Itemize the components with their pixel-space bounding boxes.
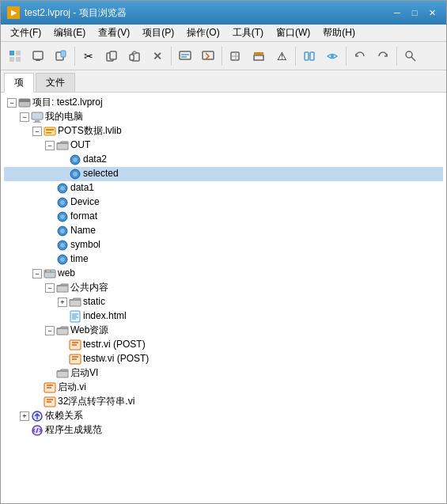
toolbar-btn-8[interactable] xyxy=(248,45,270,67)
tree-node-selected[interactable]: selected xyxy=(4,167,443,181)
icon-format xyxy=(56,210,69,223)
expander-computer[interactable]: − xyxy=(20,112,29,122)
tree-node-web[interactable]: − web xyxy=(4,267,443,281)
svg-rect-9 xyxy=(110,51,116,59)
label-codegen: 程序生成规范 xyxy=(45,423,102,438)
menu-item-5[interactable]: 工具(T) xyxy=(226,25,270,41)
svg-point-18 xyxy=(331,55,334,58)
expander-out[interactable]: − xyxy=(45,141,55,150)
tree-node-time[interactable]: time xyxy=(4,252,443,267)
tab-files[interactable]: 文件 xyxy=(36,73,75,92)
maximize-button[interactable]: □ xyxy=(407,5,422,21)
tree-node-data1[interactable]: data1 xyxy=(4,181,443,195)
tree-node-computer[interactable]: − 我的电脑 xyxy=(4,110,443,124)
expander-placeholder-startvi xyxy=(32,383,42,392)
icon-codegen xyxy=(31,424,44,437)
toolbar-btn-search[interactable] xyxy=(400,45,422,67)
svg-rect-7 xyxy=(61,51,66,57)
toolbar-btn-7[interactable] xyxy=(225,45,247,67)
svg-rect-22 xyxy=(19,99,30,102)
tree-node-startvi[interactable]: 启动.vi xyxy=(4,381,443,395)
toolbar-btn-1[interactable] xyxy=(4,45,26,67)
tree-node-data2[interactable]: data2 xyxy=(4,153,443,167)
toolbar-btn-copy[interactable] xyxy=(100,45,123,67)
toolbar-sep-5 xyxy=(346,47,347,66)
tree-node-codegen[interactable]: 程序生成规范 xyxy=(4,423,443,438)
tree-node-public[interactable]: − 公共内容 xyxy=(4,281,443,295)
toolbar-btn-9[interactable]: ⚠ xyxy=(271,45,293,67)
menu-item-7[interactable]: 帮助(H) xyxy=(316,25,362,41)
minimize-button[interactable]: ─ xyxy=(389,5,405,21)
label-indexhtml: index.html xyxy=(83,309,127,324)
toolbar-btn-paste[interactable] xyxy=(123,45,146,67)
menu-item-1[interactable]: 编辑(E) xyxy=(47,25,92,41)
toolbar-sep-1 xyxy=(74,47,75,66)
icon-startvi-folder xyxy=(56,367,69,380)
expander-depend[interactable]: + xyxy=(20,411,29,421)
toolbar-btn-cut[interactable]: ✂ xyxy=(78,45,100,67)
tabs-bar: 项 文件 xyxy=(1,70,446,93)
menu-item-6[interactable]: 窗口(W) xyxy=(270,25,316,41)
toolbar-btn-undo[interactable] xyxy=(349,45,371,67)
svg-rect-17 xyxy=(310,52,314,60)
tree-node-device[interactable]: Device xyxy=(4,195,443,210)
tree-node-webres[interactable]: − Web资源 xyxy=(4,324,443,338)
svg-rect-48 xyxy=(50,271,51,272)
tree-node-testr[interactable]: testr.vi (POST) xyxy=(4,338,443,352)
menu-item-0[interactable]: 文件(F) xyxy=(4,25,47,41)
svg-point-32 xyxy=(73,172,78,176)
toolbar-btn-3[interactable] xyxy=(50,45,72,67)
tab-items[interactable]: 项 xyxy=(4,73,34,93)
expander-web[interactable]: − xyxy=(32,269,42,279)
tree-node-name[interactable]: Name xyxy=(4,224,443,238)
label-testw: testw.vi (POST) xyxy=(83,351,149,366)
toolbar-btn-delete[interactable]: ✕ xyxy=(146,45,169,67)
expander-webres[interactable]: − xyxy=(45,326,55,335)
tree-node-lib[interactable]: − POTS数据.lvlib xyxy=(4,124,443,138)
title-bar-left: ▶ test2.lvproj - 项目浏览器 xyxy=(7,6,127,20)
label-out: OUT xyxy=(70,138,90,153)
tree-node-depend[interactable]: + 依赖关系 xyxy=(4,409,443,423)
expander-placeholder-float32 xyxy=(32,397,42,407)
expander-lib[interactable]: − xyxy=(32,127,42,136)
tree-node-out[interactable]: − OUT xyxy=(4,138,443,153)
main-window: ▶ test2.lvproj - 项目浏览器 ─ □ ✕ 文件(F)编辑(E)查… xyxy=(0,0,447,504)
svg-rect-12 xyxy=(130,55,134,60)
toolbar-btn-10[interactable] xyxy=(298,45,320,67)
tree-node-indexhtml[interactable]: index.html xyxy=(4,309,443,324)
svg-point-40 xyxy=(60,229,65,233)
toolbar-btn-6[interactable] xyxy=(197,45,219,67)
tree-node-format[interactable]: format xyxy=(4,210,443,224)
icon-float32-vi xyxy=(44,396,56,408)
tree-node-float32[interactable]: 32浮点转字符串.vi xyxy=(4,395,443,409)
tree-node-startvi-folder[interactable]: 启动VI xyxy=(4,366,443,381)
label-webres: Web资源 xyxy=(70,323,108,338)
menu-item-4[interactable]: 操作(O) xyxy=(180,25,225,41)
toolbar-btn-5[interactable] xyxy=(174,45,196,67)
expander-static[interactable]: + xyxy=(58,297,67,307)
expander-root[interactable]: − xyxy=(7,98,17,108)
tree-node-static[interactable]: + static xyxy=(4,295,443,309)
label-web: web xyxy=(58,266,75,281)
icon-html xyxy=(69,310,81,323)
svg-point-42 xyxy=(60,243,65,248)
label-device: Device xyxy=(70,195,100,210)
svg-rect-49 xyxy=(70,311,80,322)
svg-rect-46 xyxy=(45,271,47,272)
expander-placeholder-data1 xyxy=(45,184,55,193)
toolbar-btn-redo[interactable] xyxy=(372,45,394,67)
toolbar-btn-2[interactable] xyxy=(27,45,49,67)
svg-rect-16 xyxy=(305,52,309,60)
menu-item-2[interactable]: 查看(V) xyxy=(92,25,136,41)
close-button[interactable]: ✕ xyxy=(424,5,440,21)
tree-node-root[interactable]: − 项目: test2.lvproj xyxy=(4,96,443,110)
menu-item-3[interactable]: 项目(P) xyxy=(136,25,180,41)
tree-node-symbol[interactable]: symbol xyxy=(4,238,443,252)
icon-testw-vi xyxy=(69,353,81,366)
expander-public[interactable]: − xyxy=(45,283,55,293)
toolbar-btn-11[interactable] xyxy=(321,45,343,67)
icon-selected xyxy=(69,168,81,180)
title-controls: ─ □ ✕ xyxy=(389,5,440,21)
icon-public-folder xyxy=(56,282,69,294)
tree-node-testw[interactable]: testw.vi (POST) xyxy=(4,352,443,366)
